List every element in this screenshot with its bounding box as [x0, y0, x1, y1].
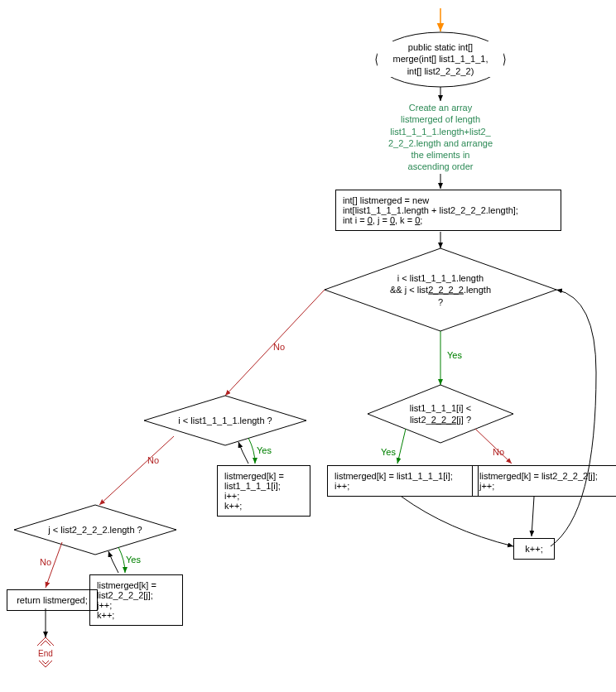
cond1-l3: ? — [438, 296, 443, 306]
start-terminator: public static int[] merge(int[] list1_1_… — [378, 41, 503, 77]
loop2-l1: listmerged[k] = — [97, 580, 156, 590]
assignI-l2: i++; — [334, 481, 349, 491]
cond3-decision: i < list1_1_1_1.length ? — [144, 396, 306, 445]
kpp-process: k++; — [513, 538, 555, 560]
cond3-yes-label: Yes — [257, 445, 272, 455]
assignI-l1: listmerged[k] = list1_1_1_1[i]; — [334, 471, 453, 481]
comment-l1: Create an array — [409, 103, 472, 113]
init-l3c: , j = — [373, 215, 390, 225]
assign-i-process: listmerged[k] = list1_1_1_1[i]; i++; — [327, 465, 479, 497]
loop2-l3: j++; — [97, 600, 112, 610]
cond4-no-label: No — [40, 557, 51, 567]
cond1-decision: i < list1_1_1_1.length && j < list2_2_2_… — [325, 248, 556, 331]
init-l3a: int i = — [343, 215, 368, 225]
cond3-no-label: No — [147, 455, 159, 465]
cond2-no-label: No — [493, 447, 504, 457]
cond4-text: j < list2_2_2_2.length ? — [48, 525, 142, 535]
return-process: return listmerged; — [7, 589, 98, 611]
cond1-l2c: .length — [464, 285, 491, 295]
loop2-l4: k++; — [97, 610, 114, 620]
comment-l2: listmerged of length — [401, 114, 480, 124]
cond1-l2b: 2_2_2_2 — [428, 285, 464, 295]
cond1-yes-label: Yes — [447, 350, 462, 360]
cond1-l1: i < list1_1_1_1.length — [397, 273, 484, 283]
loop1-l3: i++; — [224, 491, 239, 501]
cond2-decision: list1_1_1_1[i] < list2_2_2_2[j] ? — [368, 385, 513, 443]
init-l1: int[] listmerged = new — [343, 195, 429, 205]
start-line2: merge(int[] list1_1_1_1, — [393, 54, 488, 64]
cond2-l2a: list2_ — [410, 415, 431, 425]
assignJ-l2: j++; — [479, 481, 494, 491]
start-line3: int[] list2_2_2_2) — [407, 66, 474, 76]
cond1-l2a: && j < list — [390, 285, 428, 295]
cond4-yes-label: Yes — [126, 555, 141, 565]
loop2-l2: list2_2_2_2[j]; — [97, 590, 153, 600]
assign-j-process: listmerged[k] = list2_2_2_2[j]; j++; — [472, 465, 616, 497]
init-l2: int[list1_1_1_1.length + list2_2_2_2.len… — [343, 205, 518, 215]
comment-l4: 2_2_2.length and arrange — [388, 138, 493, 148]
loop1-l4: k++; — [224, 501, 242, 511]
comment-node: Create an array listmerged of length lis… — [374, 102, 507, 173]
init-process: int[] listmerged = new int[list1_1_1_1.l… — [335, 190, 561, 231]
comment-l3: list1_1_1_1.length+list2_ — [390, 127, 490, 137]
loop1-l2: list1_1_1_1[i]; — [224, 481, 281, 491]
cond2-yes-label: Yes — [381, 447, 396, 457]
assignJ-l1: listmerged[k] = list2_2_2_2[j]; — [479, 471, 598, 481]
end-text: End — [38, 648, 53, 659]
loop1-l1: listmerged[k] = — [224, 471, 284, 481]
start-line1: public static int[] — [408, 42, 473, 52]
cond1-no-label: No — [273, 342, 285, 352]
comment-l6: ascending order — [408, 161, 474, 171]
cond2-l2b: 2_2_2 — [431, 415, 457, 425]
cond3-text: i < list1_1_1_1.length ? — [178, 416, 272, 425]
cond2-l2c: [j] ? — [456, 415, 471, 425]
cond4-decision: j < list2_2_2_2.length ? — [14, 505, 176, 555]
end-node: End — [31, 646, 60, 661]
loop1-process: listmerged[k] = list1_1_1_1[i]; i++; k++… — [217, 465, 310, 517]
loop2-process: listmerged[k] = list2_2_2_2[j]; j++; k++… — [89, 574, 183, 626]
return-text: return listmerged; — [17, 595, 88, 605]
svg-line-11 — [99, 436, 174, 505]
cond2-l1: list1_1_1_1[i] < — [410, 403, 471, 413]
svg-line-9 — [532, 497, 534, 536]
init-l3g: ; — [420, 215, 422, 225]
kpp-text: k++; — [525, 544, 542, 554]
comment-l5: the eliments in — [411, 150, 470, 160]
init-l3e: , k = — [395, 215, 415, 225]
